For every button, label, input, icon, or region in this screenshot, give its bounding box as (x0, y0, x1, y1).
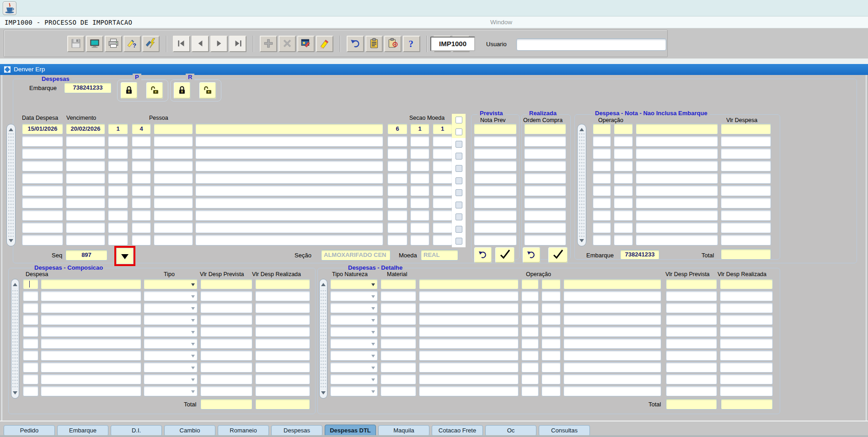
detalhe-cell[interactable] (419, 303, 519, 313)
ordem-compra-cell[interactable] (524, 210, 566, 221)
despesas-grid-cell[interactable] (433, 136, 452, 147)
help-button[interactable]: ? (403, 36, 420, 52)
despesas-grid-cell[interactable] (108, 210, 128, 221)
nota-total-field[interactable] (721, 249, 771, 260)
despesas-grid-cell[interactable] (154, 160, 193, 171)
despesa-nota-cell[interactable] (593, 160, 611, 171)
detalhe-cell[interactable] (330, 362, 378, 373)
despesas-grid-cell[interactable] (195, 210, 383, 221)
despesa-nota-cell[interactable] (636, 185, 718, 196)
despesas-grid-cell[interactable]: 6 (387, 123, 407, 134)
composicao-cell[interactable] (144, 279, 198, 289)
composicao-cell[interactable] (23, 338, 38, 349)
composicao-cell[interactable] (23, 326, 38, 337)
composicao-cell[interactable] (144, 362, 198, 373)
despesas-grid-cell[interactable] (66, 160, 105, 171)
composicao-cell[interactable] (23, 362, 38, 373)
despesas-grid-cell[interactable] (410, 148, 429, 159)
detalhe-cell[interactable] (380, 362, 416, 373)
detalhe-total-realizada-field[interactable] (721, 399, 773, 410)
scroll-down-icon[interactable] (9, 239, 13, 245)
row-checkbox[interactable] (455, 128, 462, 135)
composicao-cell[interactable] (255, 350, 310, 361)
despesa-nota-cell[interactable] (721, 197, 771, 208)
composicao-cell[interactable] (144, 314, 198, 325)
despesa-nota-cell[interactable] (593, 234, 611, 245)
despesas-grid-cell[interactable] (108, 173, 128, 184)
seq-dropdown-button[interactable] (116, 248, 134, 264)
row-checkbox[interactable] (455, 213, 462, 220)
p-lock-open-button[interactable] (146, 82, 163, 99)
despesa-nota-cell[interactable] (721, 185, 771, 196)
composicao-cell[interactable] (255, 291, 310, 301)
despesa-nota-cell[interactable] (593, 136, 611, 147)
despesa-nota-cell[interactable] (593, 222, 611, 233)
enter-query-button[interactable] (297, 36, 315, 52)
detalhe-cell[interactable] (521, 291, 539, 301)
detalhe-cell[interactable] (380, 314, 416, 325)
composicao-cell[interactable] (255, 279, 310, 289)
composicao-cell[interactable] (41, 291, 141, 301)
despesas-grid-cell[interactable] (410, 210, 429, 221)
composicao-total-prevista-field[interactable] (200, 399, 252, 410)
composicao-cell[interactable] (200, 350, 252, 361)
tab-d-i-[interactable]: D.I. (111, 425, 162, 436)
detalhe-cell[interactable] (419, 314, 519, 325)
insert-record-button[interactable] (260, 36, 277, 52)
composicao-cell[interactable] (41, 350, 141, 361)
realizada-undo-button[interactable] (522, 247, 541, 263)
composicao-cell[interactable] (41, 326, 141, 337)
ordem-compra-cell[interactable] (524, 185, 566, 196)
despesas-grid-cell[interactable] (154, 136, 193, 147)
nota-prev-cell[interactable] (474, 197, 517, 208)
detalhe-cell[interactable] (666, 386, 717, 396)
despesas-grid-cell[interactable] (66, 222, 105, 233)
scroll-down-icon[interactable] (321, 391, 326, 397)
scroll-up-icon[interactable] (9, 126, 13, 131)
despesa-nota-cell[interactable] (593, 123, 611, 134)
despesas-grid-cell[interactable] (22, 210, 63, 221)
composicao-cell[interactable] (144, 338, 198, 349)
prevista-undo-button[interactable] (474, 247, 492, 263)
despesas-grid-cell[interactable] (22, 173, 63, 184)
detalhe-cell[interactable] (563, 362, 661, 373)
despesas-grid-cell[interactable] (154, 185, 193, 196)
detalhe-cell[interactable] (521, 374, 539, 384)
despesas-grid-cell[interactable] (66, 197, 105, 208)
despesas-grid-cell[interactable] (410, 136, 429, 147)
despesas-grid-cell[interactable] (154, 173, 193, 184)
previous-record-button[interactable] (192, 36, 209, 52)
despesas-grid-cell[interactable] (387, 210, 407, 221)
usuario-input[interactable] (516, 38, 666, 51)
despesas-grid-cell[interactable] (22, 234, 63, 245)
despesas-grid-cell[interactable] (387, 148, 407, 159)
scroll-up-icon[interactable] (579, 126, 584, 131)
despesas-grid-cell[interactable] (195, 123, 383, 134)
print-button[interactable] (105, 36, 122, 52)
detalhe-cell[interactable] (563, 350, 661, 361)
row-checkbox[interactable] (455, 165, 462, 172)
composicao-cell[interactable] (200, 362, 252, 373)
despesa-nota-cell[interactable] (636, 210, 718, 221)
detalhe-cell[interactable] (380, 279, 416, 289)
composicao-cell[interactable] (200, 291, 252, 301)
detalhe-cell[interactable] (720, 338, 773, 349)
detalhe-cell[interactable] (720, 386, 773, 396)
despesas-grid-cell[interactable] (132, 234, 151, 245)
despesas-grid-cell[interactable] (22, 222, 63, 233)
detalhe-cell[interactable] (666, 303, 717, 313)
despesa-nota-cell[interactable] (636, 197, 718, 208)
detalhe-cell[interactable] (541, 326, 561, 337)
detalhe-cell[interactable] (666, 374, 717, 384)
despesa-nota-cell[interactable] (636, 173, 718, 184)
despesas-grid-cell[interactable] (22, 148, 63, 159)
despesa-nota-cell[interactable] (614, 185, 633, 196)
despesas-grid-cell[interactable] (410, 185, 429, 196)
despesas-grid-cell[interactable] (410, 222, 429, 233)
detalhe-cell[interactable] (419, 386, 519, 396)
despesas-grid-cell[interactable] (66, 136, 105, 147)
row-checkbox[interactable] (455, 177, 462, 184)
detalhe-cell[interactable] (666, 350, 717, 361)
detalhe-cell[interactable] (563, 291, 661, 301)
detalhe-total-prevista-field[interactable] (666, 399, 717, 410)
